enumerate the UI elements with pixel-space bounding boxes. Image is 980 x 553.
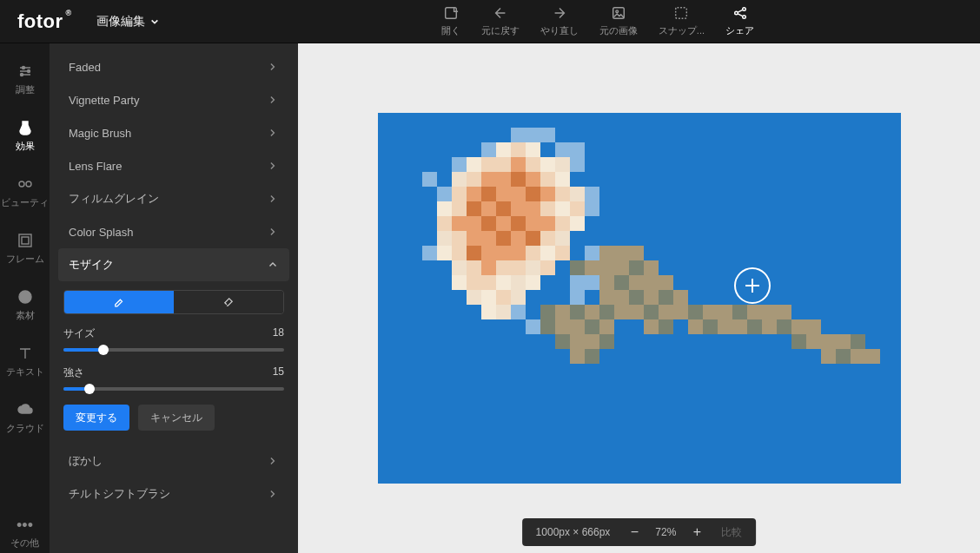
mosaic-block (614, 246, 629, 260)
mosaic-block (467, 260, 481, 275)
effect-row-8[interactable]: チルトシフトブラシ (58, 477, 289, 510)
mosaic-block (703, 319, 718, 334)
zoom-in-button[interactable]: + (690, 524, 704, 540)
svg-point-4 (734, 11, 738, 15)
toolbar-share-button[interactable]: シェア (725, 5, 754, 37)
toolbar-original-button[interactable]: 元の画像 (599, 5, 638, 37)
compare-button[interactable]: 比較 (721, 525, 742, 540)
mosaic-block (526, 319, 540, 334)
mosaic-block (644, 319, 659, 334)
chevron-right-icon (267, 193, 279, 205)
size-slider[interactable] (63, 348, 284, 352)
mosaic-block (585, 201, 599, 216)
image-canvas[interactable] (378, 113, 901, 484)
mosaic-block (496, 275, 511, 290)
apply-button[interactable]: 変更する (63, 405, 129, 431)
mode-selector[interactable]: 画像編集 (96, 14, 159, 30)
mosaic-block (540, 231, 555, 246)
rail-frame[interactable]: フレーム (0, 228, 50, 269)
brush-tool-button[interactable] (64, 291, 174, 313)
mosaic-block (511, 305, 526, 319)
mosaic-block (614, 275, 629, 290)
share-icon (732, 5, 748, 21)
mosaic-block (555, 216, 570, 231)
svg-point-14 (19, 291, 31, 303)
effect-row-1[interactable]: Vignette Party (58, 83, 289, 116)
intensity-slider[interactable] (63, 387, 284, 391)
rail-beauty[interactable]: ビューティ (0, 172, 50, 213)
mosaic-block (481, 260, 496, 275)
rail-cloud[interactable]: クラウド (0, 398, 50, 438)
mosaic-block (570, 305, 585, 319)
effect-row-4[interactable]: フィルムグレイン (58, 182, 289, 215)
chevron-down-icon (150, 17, 159, 26)
mosaic-block (821, 334, 836, 349)
rail-adjust[interactable]: 調整 (0, 59, 50, 100)
mosaic-block (585, 260, 599, 275)
cancel-button[interactable]: キャンセル (138, 405, 215, 431)
ellipsis-icon: ••• (17, 517, 33, 533)
svg-point-6 (742, 16, 745, 19)
mosaic-block (629, 275, 644, 290)
mosaic-block (570, 319, 585, 334)
toolbar-open-button[interactable]: 開く (441, 5, 460, 37)
mosaic-block (467, 187, 481, 201)
effect-row-5[interactable]: Color Splash (58, 215, 289, 248)
rail-text[interactable]: テキスト (0, 341, 50, 382)
mosaic-block (585, 334, 599, 349)
rail-effects[interactable]: 効果 (0, 115, 50, 156)
mosaic-block (865, 349, 880, 364)
erase-tool-button[interactable] (174, 291, 283, 313)
toolbar-snap-button[interactable]: スナップ... (659, 5, 705, 37)
mosaic-block (659, 275, 673, 290)
mosaic-block (540, 172, 555, 187)
mosaic-block (452, 275, 467, 290)
rail-sticker[interactable]: 素材 (0, 285, 50, 326)
mosaic-block (732, 319, 747, 334)
rail-other[interactable]: •••その他 (0, 514, 50, 553)
mosaic-block (452, 216, 467, 231)
mosaic-block (688, 319, 703, 334)
mosaic-block (526, 231, 540, 246)
brush-erase-toggle[interactable] (63, 290, 284, 314)
mosaic-block (481, 216, 496, 231)
effect-row-0[interactable]: Faded (58, 50, 289, 83)
original-icon (611, 5, 626, 21)
mosaic-block (555, 201, 570, 216)
effects-icon (17, 119, 34, 136)
open-icon (443, 5, 459, 21)
mosaic-block (555, 187, 570, 201)
effect-row-2[interactable]: Magic Brush (58, 116, 289, 149)
canvas-area[interactable]: 1000px × 666px − 72% + 比較 (298, 43, 980, 553)
mosaic-block (644, 305, 659, 319)
mosaic-block (673, 290, 688, 305)
mosaic-block (791, 334, 806, 349)
mosaic-block (673, 305, 688, 319)
mosaic-block (467, 290, 481, 305)
toolbar-redo-button[interactable]: やり直し (540, 5, 579, 37)
effect-row-7[interactable]: ぼかし (58, 444, 289, 477)
mosaic-block (496, 231, 511, 246)
mosaic-block (614, 305, 629, 319)
effect-row-6[interactable]: モザイク (58, 248, 289, 281)
brush-cursor (734, 267, 771, 304)
mosaic-block (555, 157, 570, 172)
mosaic-block (511, 260, 526, 275)
mosaic-block (496, 187, 511, 201)
mosaic-block (599, 260, 614, 275)
mosaic-block (496, 246, 511, 260)
effect-row-3[interactable]: Lens Flare (58, 149, 289, 182)
zoom-out-button[interactable]: − (627, 524, 641, 540)
mosaic-block (481, 305, 496, 319)
mosaic-block (452, 187, 467, 201)
mosaic-block (762, 319, 777, 334)
redo-icon (552, 5, 567, 21)
mosaic-block (570, 142, 585, 157)
mosaic-block (511, 157, 526, 172)
mosaic-block (540, 128, 555, 142)
size-value: 18 (273, 326, 284, 341)
mosaic-block (555, 305, 570, 319)
toolbar-undo-button[interactable]: 元に戻す (481, 5, 520, 37)
mosaic-block (540, 319, 555, 334)
mosaic-block (570, 334, 585, 349)
